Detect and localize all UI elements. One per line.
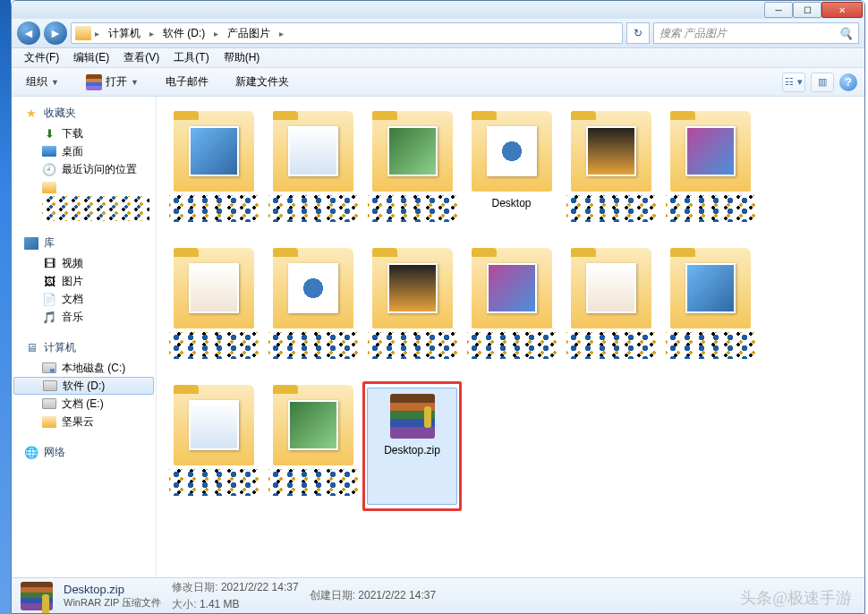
watermark: 头条@极速手游 — [740, 587, 852, 609]
forward-button[interactable]: ► — [44, 21, 67, 45]
drive-icon — [42, 362, 56, 373]
sidebar-item-recent[interactable]: 🕘最近访问的位置 — [12, 160, 156, 178]
status-mdate: 2021/2/22 14:37 — [221, 581, 299, 593]
refresh-button[interactable]: ↻ — [626, 22, 650, 44]
library-icon — [24, 237, 38, 250]
chevron-right-icon[interactable]: ▸ — [148, 29, 156, 38]
folder-item[interactable] — [164, 381, 263, 511]
chevron-right-icon[interactable]: ▸ — [277, 29, 285, 38]
star-icon: ★ — [24, 107, 38, 121]
newfolder-button[interactable]: 新建文件夹 — [228, 72, 296, 92]
folder-item[interactable] — [362, 107, 462, 237]
view-mode-button[interactable]: ☷ ▾ — [782, 72, 805, 92]
open-button[interactable]: 打开▼ — [79, 72, 146, 93]
status-size: 1.41 MB — [200, 598, 240, 610]
folder-item[interactable] — [362, 244, 462, 374]
chevron-right-icon[interactable]: ▸ — [93, 29, 101, 38]
folder-item[interactable] — [263, 244, 362, 374]
crumb-computer[interactable]: 计算机 — [103, 23, 146, 43]
menu-file[interactable]: 文件(F) — [17, 49, 66, 67]
chevron-right-icon[interactable]: ▸ — [212, 29, 220, 38]
music-icon: 🎵 — [42, 310, 56, 324]
crumb-folder[interactable]: 产品图片 — [222, 23, 276, 43]
document-icon: 📄 — [42, 292, 56, 306]
sidebar-item-music[interactable]: 🎵音乐 — [12, 308, 156, 326]
folder-item[interactable] — [462, 244, 561, 374]
sidebar-item-desktop[interactable]: 桌面 — [12, 142, 156, 160]
navigation-pane: ★收藏夹 ⬇下载 桌面 🕘最近访问的位置 库 🎞视频 🖼图片 📄文档 🎵音乐 🖥… — [12, 97, 157, 577]
sidebar-libraries[interactable]: 库 — [12, 234, 156, 254]
help-button[interactable]: ? — [839, 73, 857, 91]
menu-tools[interactable]: 工具(T) — [166, 49, 216, 67]
sidebar-item-jianguoyun[interactable]: 坚果云 — [12, 413, 156, 431]
sidebar-item-blurred[interactable] — [12, 178, 156, 196]
download-icon: ⬇ — [42, 126, 56, 141]
search-icon: 🔍 — [838, 27, 853, 40]
menu-bar: 文件(F) 编辑(E) 查看(V) 工具(T) 帮助(H) — [12, 48, 864, 68]
details-pane: Desktop.zip WinRAR ZIP 压缩文件 修改日期: 2021/2… — [12, 577, 864, 613]
computer-icon: 🖥 — [24, 341, 38, 355]
folder-item[interactable] — [660, 244, 760, 374]
folder-icon — [42, 182, 56, 193]
explorer-window: ─ ☐ ✕ ◄ ► ▸ 计算机 ▸ 软件 (D:) ▸ 产品图片 ▸ ↻ 搜索 … — [11, 0, 865, 614]
menu-view[interactable]: 查看(V) — [116, 49, 166, 67]
drive-icon — [43, 380, 57, 391]
picture-icon: 🖼 — [42, 274, 56, 288]
sidebar-item-drive-c[interactable]: 本地磁盘 (C:) — [12, 359, 156, 377]
recent-icon: 🕘 — [42, 162, 56, 176]
status-filename: Desktop.zip — [64, 583, 161, 596]
folder-item[interactable] — [164, 107, 263, 237]
sidebar-item-drive-d[interactable]: 软件 (D:) — [13, 377, 154, 395]
crumb-drive[interactable]: 软件 (D:) — [157, 23, 210, 43]
sidebar-item-pictures[interactable]: 🖼图片 — [12, 272, 156, 290]
search-placeholder: 搜索 产品图片 — [660, 26, 727, 41]
video-icon: 🎞 — [42, 256, 56, 270]
folder-item[interactable]: Desktop — [462, 107, 561, 237]
address-bar[interactable]: ▸ 计算机 ▸ 软件 (D:) ▸ 产品图片 ▸ — [71, 22, 623, 44]
sidebar-item-videos[interactable]: 🎞视频 — [12, 254, 156, 272]
folder-item[interactable] — [561, 107, 660, 237]
menu-help[interactable]: 帮助(H) — [217, 49, 268, 67]
email-button[interactable]: 电子邮件 — [158, 72, 216, 92]
desktop-icon — [42, 146, 56, 157]
close-button[interactable]: ✕ — [821, 2, 863, 18]
back-button[interactable]: ◄ — [17, 21, 40, 45]
blurred-text — [42, 196, 149, 221]
nav-bar: ◄ ► ▸ 计算机 ▸ 软件 (D:) ▸ 产品图片 ▸ ↻ 搜索 产品图片 🔍 — [12, 19, 864, 48]
sidebar-item-documents[interactable]: 📄文档 — [12, 290, 156, 308]
status-cdate: 2021/2/22 14:37 — [358, 589, 436, 601]
folder-item[interactable] — [660, 107, 760, 237]
file-list[interactable]: DesktopDesktop.zip — [157, 97, 864, 577]
sidebar-computer[interactable]: 🖥计算机 — [12, 338, 156, 359]
file-label: Desktop.zip — [384, 444, 440, 456]
drive-icon — [42, 398, 56, 409]
folder-icon — [75, 26, 91, 40]
sidebar-item-drive-e[interactable]: 文档 (E:) — [12, 395, 156, 413]
organize-button[interactable]: 组织▼ — [19, 72, 66, 92]
preview-pane-button[interactable]: ▥ — [811, 72, 834, 92]
sidebar-favorites[interactable]: ★收藏夹 — [12, 104, 156, 124]
sidebar-item-downloads[interactable]: ⬇下载 — [12, 124, 156, 142]
folder-item[interactable] — [561, 244, 660, 374]
folder-item[interactable] — [263, 381, 362, 511]
status-filetype: WinRAR ZIP 压缩文件 — [64, 596, 161, 610]
folder-icon — [42, 416, 56, 428]
titlebar: ─ ☐ ✕ — [12, 1, 864, 19]
folder-item[interactable] — [164, 244, 263, 374]
rar-icon — [86, 74, 102, 90]
command-bar: 组织▼ 打开▼ 电子邮件 新建文件夹 ☷ ▾ ▥ ? — [12, 68, 864, 97]
maximize-button[interactable]: ☐ — [793, 2, 821, 18]
minimize-button[interactable]: ─ — [764, 2, 793, 18]
rar-icon — [21, 582, 53, 610]
network-icon: 🌐 — [24, 446, 38, 460]
rar-icon — [390, 394, 435, 439]
folder-item[interactable] — [263, 107, 362, 237]
file-item-selected[interactable]: Desktop.zip — [362, 381, 462, 511]
search-input[interactable]: 搜索 产品图片 🔍 — [653, 22, 859, 44]
menu-edit[interactable]: 编辑(E) — [66, 49, 116, 67]
sidebar-network[interactable]: 🌐网络 — [12, 443, 156, 464]
